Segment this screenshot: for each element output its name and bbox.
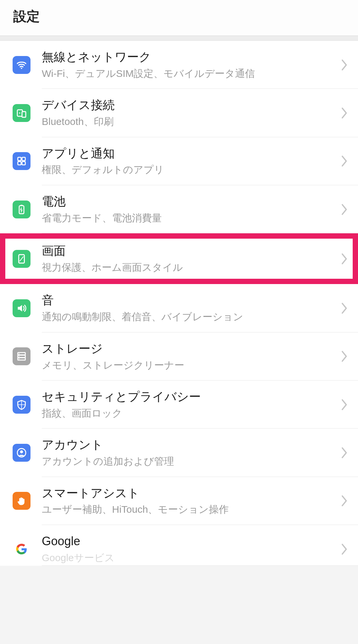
display-icon: [13, 250, 30, 268]
row-title: 音: [42, 293, 337, 308]
svg-point-16: [19, 359, 20, 360]
row-text: Google Googleサービス: [42, 534, 337, 564]
row-title: セキュリティとプライバシー: [42, 389, 337, 405]
row-subtitle: ユーザー補助、HiTouch、モーション操作: [42, 503, 337, 516]
row-battery[interactable]: 電池 省電力モード、電池消費量: [0, 185, 358, 233]
shield-icon: [13, 396, 30, 414]
row-title: ストレージ: [42, 341, 337, 357]
row-subtitle: Googleサービス: [42, 551, 337, 565]
row-storage[interactable]: ストレージ メモリ、ストレージクリーナー: [0, 332, 358, 381]
account-icon: [13, 444, 30, 462]
svg-rect-6: [18, 162, 21, 165]
row-subtitle: 指紋、画面ロック: [42, 407, 337, 420]
row-apps[interactable]: アプリと通知 権限、デフォルトのアプリ: [0, 137, 358, 185]
row-text: 音 通知の鳴動制限、着信音、バイブレーション: [42, 293, 337, 323]
storage-icon: [13, 347, 30, 365]
section-gap: [0, 36, 358, 41]
chevron-right-icon: [341, 398, 348, 411]
svg-point-15: [19, 356, 20, 357]
row-text: セキュリティとプライバシー 指紋、画面ロック: [42, 389, 337, 420]
row-subtitle: 権限、デフォルトのアプリ: [42, 163, 337, 177]
svg-rect-5: [22, 157, 25, 161]
chevron-right-icon: [341, 59, 348, 71]
row-security[interactable]: セキュリティとプライバシー 指紋、画面ロック: [0, 381, 358, 429]
row-title: アカウント: [42, 437, 337, 453]
chevron-right-icon: [341, 350, 348, 363]
battery-icon: [13, 201, 30, 218]
svg-rect-2: [22, 112, 26, 117]
row-subtitle: 通知の鳴動制限、着信音、バイブレーション: [42, 310, 337, 324]
row-title: 電池: [42, 194, 337, 209]
row-device-connections[interactable]: デバイス接続 Bluetooth、印刷: [0, 89, 358, 137]
row-display[interactable]: 画面 視力保護、ホーム画面スタイル: [0, 233, 358, 284]
row-sound[interactable]: 音 通知の鳴動制限、着信音、バイブレーション: [0, 284, 358, 332]
wifi-icon: [13, 56, 30, 74]
row-subtitle: Wi-Fi、デュアルSIM設定、モバイルデータ通信: [42, 67, 337, 81]
svg-point-14: [19, 353, 20, 354]
svg-point-0: [21, 68, 22, 69]
row-title: デバイス接続: [42, 97, 337, 113]
row-text: デバイス接続 Bluetooth、印刷: [42, 97, 337, 128]
row-google[interactable]: Google Googleサービス: [0, 525, 358, 566]
header: 設定: [0, 0, 358, 36]
row-text: アカウント アカウントの追加および管理: [42, 437, 337, 468]
google-icon: [13, 540, 30, 558]
row-subtitle: アカウントの追加および管理: [42, 455, 337, 468]
row-subtitle: 省電力モード、電池消費量: [42, 211, 337, 225]
row-subtitle: 視力保護、ホーム画面スタイル: [42, 261, 337, 274]
chevron-right-icon: [341, 302, 348, 315]
hand-icon: [13, 492, 30, 510]
row-smart-assist[interactable]: スマートアシスト ユーザー補助、HiTouch、モーション操作: [0, 477, 358, 525]
chevron-right-icon: [341, 107, 348, 119]
chevron-right-icon: [341, 495, 348, 507]
row-text: 無線とネットワーク Wi-Fi、デュアルSIM設定、モバイルデータ通信: [42, 49, 337, 80]
svg-rect-9: [21, 205, 23, 206]
svg-point-18: [20, 450, 23, 453]
chevron-right-icon: [341, 543, 348, 556]
row-text: 電池 省電力モード、電池消費量: [42, 194, 337, 225]
row-text: スマートアシスト ユーザー補助、HiTouch、モーション操作: [42, 486, 337, 516]
row-text: 画面 視力保護、ホーム画面スタイル: [42, 243, 337, 274]
row-title: Google: [42, 534, 337, 549]
row-title: スマートアシスト: [42, 486, 337, 501]
row-text: アプリと通知 権限、デフォルトのアプリ: [42, 146, 337, 177]
chevron-right-icon: [341, 155, 348, 167]
chevron-right-icon: [341, 253, 348, 265]
svg-point-3: [19, 112, 20, 114]
row-title: 画面: [42, 243, 337, 259]
row-title: アプリと通知: [42, 146, 337, 161]
row-title: 無線とネットワーク: [42, 49, 337, 65]
sound-icon: [13, 299, 30, 317]
page-title: 設定: [13, 7, 345, 26]
apps-grid-icon: [13, 152, 30, 170]
chevron-right-icon: [341, 203, 348, 216]
row-wireless[interactable]: 無線とネットワーク Wi-Fi、デュアルSIM設定、モバイルデータ通信: [0, 41, 358, 89]
row-subtitle: Bluetooth、印刷: [42, 115, 337, 129]
devices-icon: [13, 104, 30, 122]
chevron-right-icon: [341, 446, 348, 459]
svg-rect-7: [22, 162, 25, 165]
svg-rect-4: [18, 157, 21, 161]
settings-list: 無線とネットワーク Wi-Fi、デュアルSIM設定、モバイルデータ通信 デバイス…: [0, 41, 358, 566]
row-accounts[interactable]: アカウント アカウントの追加および管理: [0, 429, 358, 477]
row-text: ストレージ メモリ、ストレージクリーナー: [42, 341, 337, 372]
row-subtitle: メモリ、ストレージクリーナー: [42, 359, 337, 372]
